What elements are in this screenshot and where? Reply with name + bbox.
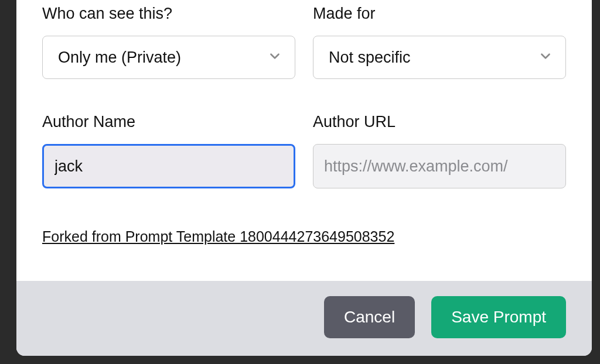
visibility-select-wrap: Only me (Private)	[42, 36, 295, 79]
modal-dialog: Who can see this? Only me (Private) Made…	[16, 0, 592, 356]
visibility-group: Who can see this? Only me (Private)	[42, 5, 295, 79]
madefor-group: Made for Not specific	[313, 5, 566, 79]
visibility-label: Who can see this?	[42, 5, 295, 23]
madefor-select-wrap: Not specific	[313, 36, 566, 79]
author-url-input[interactable]	[313, 144, 566, 188]
modal-footer: Cancel Save Prompt	[16, 281, 592, 356]
form-row-1: Who can see this? Only me (Private) Made…	[42, 5, 566, 79]
author-name-input[interactable]	[42, 144, 295, 188]
author-url-label: Author URL	[313, 113, 566, 131]
madefor-label: Made for	[313, 5, 566, 23]
author-name-label: Author Name	[42, 113, 295, 131]
visibility-select-value: Only me (Private)	[58, 49, 181, 67]
cancel-button[interactable]: Cancel	[324, 296, 415, 338]
modal-body: Who can see this? Only me (Private) Made…	[16, 0, 592, 281]
author-name-group: Author Name	[42, 113, 295, 188]
author-url-group: Author URL	[313, 113, 566, 188]
madefor-select[interactable]: Not specific	[313, 36, 566, 79]
visibility-select[interactable]: Only me (Private)	[42, 36, 295, 79]
madefor-select-value: Not specific	[329, 49, 411, 67]
forked-from-link[interactable]: Forked from Prompt Template 180044427364…	[42, 228, 394, 245]
save-button[interactable]: Save Prompt	[431, 296, 566, 338]
form-row-2: Author Name Author URL	[42, 113, 566, 188]
